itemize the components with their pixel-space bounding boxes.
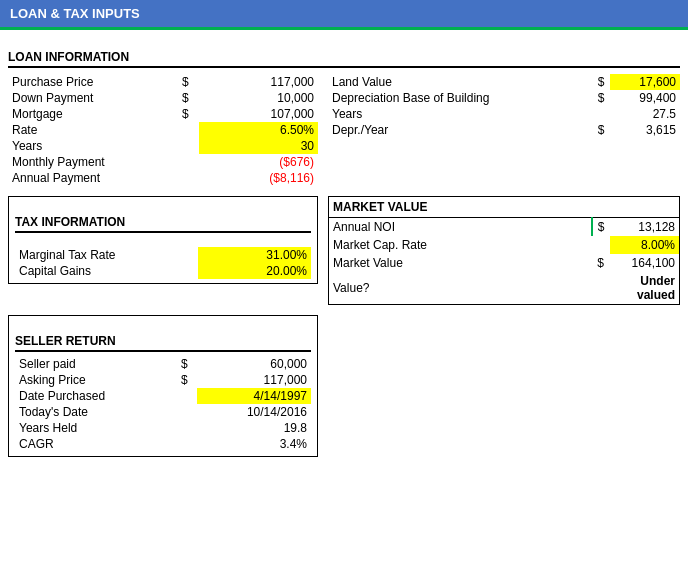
row-value: Under valued (610, 272, 680, 305)
row-label: Purchase Price (8, 74, 172, 90)
row-value: 60,000 (197, 356, 311, 372)
row-value[interactable]: 6.50% (199, 122, 318, 138)
row-label: Date Purchased (15, 388, 172, 404)
row-label: Land Value (328, 74, 592, 90)
table-row: Years Held19.8 (15, 420, 311, 436)
table-row: CAGR3.4% (15, 436, 311, 452)
row-label: Today's Date (15, 404, 172, 420)
dollar-sign: $ (172, 356, 198, 372)
seller-table: Seller paid$60,000Asking Price$117,000Da… (15, 356, 311, 452)
row-label: Down Payment (8, 90, 172, 106)
row-value: 3.4% (197, 436, 311, 452)
seller-section-header: SELLER RETURN (15, 330, 311, 352)
table-row: Land Value$17,600 (328, 74, 680, 90)
table-row: Years30 (8, 138, 318, 154)
row-label: Monthly Payment (8, 154, 172, 170)
dollar-sign: $ (592, 218, 610, 237)
row-value: 10/14/2016 (197, 404, 311, 420)
row-value: 13,128 (610, 218, 680, 237)
table-row: Value?Under valued (329, 272, 680, 305)
table-row: Today's Date10/14/2016 (15, 404, 311, 420)
dollar-sign (592, 106, 610, 122)
table-row: Monthly Payment($676) (8, 154, 318, 170)
seller-panel: SELLER RETURN Seller paid$60,000Asking P… (8, 315, 318, 457)
row-label: CAGR (15, 436, 172, 452)
tax-table: Marginal Tax Rate31.00%Capital Gains20.0… (15, 241, 311, 279)
dollar-sign (172, 138, 199, 154)
table-row: Date Purchased4/14/1997 (15, 388, 311, 404)
table-row: Depreciation Base of Building$99,400 (328, 90, 680, 106)
dollar-sign: $ (172, 106, 199, 122)
row-value: 10,000 (199, 90, 318, 106)
row-value: 99,400 (610, 90, 680, 106)
header-title: LOAN & TAX INPUTS (10, 6, 140, 21)
row-value: 27.5 (610, 106, 680, 122)
loan-right-panel: Land Value$17,600Depreciation Base of Bu… (328, 74, 680, 186)
dollar-sign: $ (172, 74, 199, 90)
row-label: Market Value (329, 254, 592, 272)
dollar-sign (172, 388, 198, 404)
table-row: Rate6.50% (8, 122, 318, 138)
row-value: 19.8 (197, 420, 311, 436)
dollar-sign: $ (172, 372, 198, 388)
row-value[interactable]: 4/14/1997 (197, 388, 311, 404)
row-label: Depr./Year (328, 122, 592, 138)
dollar-sign: $ (172, 90, 199, 106)
loan-left-table: Purchase Price$117,000Down Payment$10,00… (8, 74, 318, 186)
row-label: Years (328, 106, 592, 122)
row-label: Years (8, 138, 172, 154)
page-header: LOAN & TAX INPUTS (0, 0, 688, 30)
row-value[interactable]: 17,600 (610, 74, 680, 90)
dollar-sign: $ (592, 74, 610, 90)
table-row: Market Cap. Rate8.00% (329, 236, 680, 254)
row-value[interactable]: 30 (199, 138, 318, 154)
row-value[interactable]: 31.00% (198, 247, 311, 263)
row-label: Asking Price (15, 372, 172, 388)
dollar-sign: $ (592, 90, 610, 106)
table-row: Annual Payment($8,116) (8, 170, 318, 186)
table-row: Asking Price$117,000 (15, 372, 311, 388)
tax-panel: TAX INFORMATION Marginal Tax Rate31.00%C… (8, 196, 318, 305)
loan-left-panel: Purchase Price$117,000Down Payment$10,00… (8, 74, 318, 186)
table-row: Depr./Year$3,615 (328, 122, 680, 138)
row-label: Annual NOI (329, 218, 592, 237)
table-row: Market Value$164,100 (329, 254, 680, 272)
row-label: Annual Payment (8, 170, 172, 186)
dollar-sign (172, 122, 199, 138)
row-label: Years Held (15, 420, 172, 436)
row-value: 107,000 (199, 106, 318, 122)
row-label: Mortgage (8, 106, 172, 122)
table-row: Capital Gains20.00% (15, 263, 311, 279)
market-panel: MARKET VALUE Annual NOI$13,128Market Cap… (328, 196, 680, 305)
row-label: Value? (329, 272, 592, 305)
table-row: Mortgage$107,000 (8, 106, 318, 122)
dollar-sign (172, 170, 199, 186)
dollar-sign (592, 272, 610, 305)
dollar-sign (172, 404, 198, 420)
row-value: 3,615 (610, 122, 680, 138)
row-value: 117,000 (199, 74, 318, 90)
row-value: ($676) (199, 154, 318, 170)
row-label: Marginal Tax Rate (15, 247, 198, 263)
loan-right-table: Land Value$17,600Depreciation Base of Bu… (328, 74, 680, 138)
dollar-sign (592, 236, 610, 254)
table-row: Marginal Tax Rate31.00% (15, 247, 311, 263)
row-value[interactable]: 20.00% (198, 263, 311, 279)
dollar-sign (172, 154, 199, 170)
table-row: Annual NOI$13,128 (329, 218, 680, 237)
table-row: Down Payment$10,000 (8, 90, 318, 106)
dollar-sign (172, 420, 198, 436)
dollar-sign: $ (592, 122, 610, 138)
row-label: Market Cap. Rate (329, 236, 592, 254)
row-value[interactable]: 8.00% (610, 236, 680, 254)
row-label: Capital Gains (15, 263, 198, 279)
dollar-sign (172, 436, 198, 452)
table-row: Seller paid$60,000 (15, 356, 311, 372)
market-header: MARKET VALUE (329, 197, 680, 218)
tax-section-header: TAX INFORMATION (15, 211, 311, 233)
row-label: Depreciation Base of Building (328, 90, 592, 106)
row-label: Rate (8, 122, 172, 138)
table-row: Purchase Price$117,000 (8, 74, 318, 90)
row-value: 164,100 (610, 254, 680, 272)
row-value: 117,000 (197, 372, 311, 388)
